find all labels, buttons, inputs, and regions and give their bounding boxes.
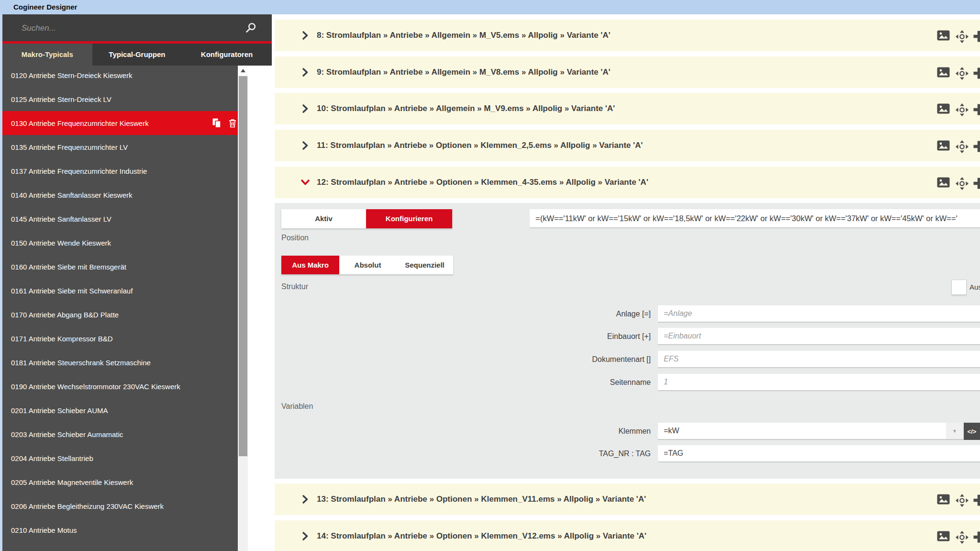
add-icon[interactable] xyxy=(973,30,980,43)
move-icon[interactable] xyxy=(956,67,969,80)
anlage-input[interactable]: =Anlage xyxy=(658,305,980,323)
sidebar-item[interactable]: 0137 Antriebe Frequenzumrichter Industri… xyxy=(2,159,238,183)
add-icon[interactable] xyxy=(973,140,980,153)
einbauort-input[interactable]: =Einbauort xyxy=(658,328,980,345)
macro-row[interactable]: 11: Stromlaufplan » Antriebe » Optionen … xyxy=(275,130,980,161)
sidebar-item[interactable]: 0210 Antriebe Motus xyxy=(2,518,238,542)
macro-row[interactable]: 9: Stromlaufplan » Antriebe » Allgemein … xyxy=(275,56,980,88)
sidebar-item[interactable]: 0161 Antriebe Siebe mit Schweranlauf xyxy=(2,279,238,303)
macro-row-expanded[interactable]: 12: Stromlaufplan » Antriebe » Optionen … xyxy=(275,167,980,198)
preview-image-icon[interactable] xyxy=(937,494,950,505)
position-tab-sequenziell[interactable]: Sequenziell xyxy=(396,256,453,274)
preview-image-icon[interactable] xyxy=(937,30,950,41)
scroll-up-button[interactable] xyxy=(238,66,248,76)
aktiv-button[interactable]: Aktiv xyxy=(281,209,366,228)
chevron-right-icon[interactable] xyxy=(300,530,311,542)
macro-row[interactable]: 14: Stromlaufplan » Antriebe » Optionen … xyxy=(275,520,980,551)
chevron-down-icon: ▼ xyxy=(952,428,957,434)
aus-checkbox[interactable] xyxy=(951,280,967,295)
add-icon[interactable] xyxy=(973,494,980,506)
macro-row-label: 9: Stromlaufplan » Antriebe » Allgemein … xyxy=(317,67,611,77)
sidebar-item[interactable]: 0170 Antriebe Abgang B&D Platte xyxy=(2,303,238,326)
sidebar-item[interactable]: 0171 Antriebe Kompressor B&D xyxy=(2,326,238,350)
sidebar-item[interactable]: 0150 Antriebe Wende Kieswerk xyxy=(2,231,238,255)
dokumentenart-label: Dokumentenart [] xyxy=(275,351,651,368)
formula-editor-button[interactable]: </> xyxy=(964,423,980,440)
sidebar-item-label: 0150 Antriebe Wende Kieswerk xyxy=(11,239,111,247)
position-tab-aus-makro[interactable]: Aus Makro xyxy=(281,256,339,274)
sidebar-item-label: 0137 Antriebe Frequenzumrichter Industri… xyxy=(11,167,147,175)
sidebar-item[interactable]: 0140 Antriebe Sanftanlasser Kieswerk xyxy=(2,183,238,207)
position-tab-absolut[interactable]: Absolut xyxy=(339,256,396,274)
tab-konfiguratoren[interactable]: Konfiguratoren xyxy=(182,44,272,66)
move-icon[interactable] xyxy=(956,30,969,43)
search-icon[interactable] xyxy=(245,22,257,34)
variablen-section-label: Variablen xyxy=(281,402,313,411)
seitenname-label: Seitenname xyxy=(275,374,651,391)
sidebar-item[interactable]: 0221 Antriebe VSG xyxy=(2,542,238,551)
sidebar-item[interactable]: 0205 Antriebe Magnetventile Kieswerk xyxy=(2,470,238,494)
macro-row[interactable]: 10: Stromlaufplan » Antriebe » Allgemein… xyxy=(275,93,980,124)
condition-formula-input[interactable]: =(kW=='11kW' or kW=='15kW' or kW=='18,5k… xyxy=(530,209,980,228)
macro-row[interactable]: 8: Stromlaufplan » Antriebe » Allgemein … xyxy=(275,20,980,51)
sidebar-item-label: 0140 Antriebe Sanftanlasser Kieswerk xyxy=(11,191,132,199)
sidebar-item[interactable]: 0145 Antriebe Sanftanlasser LV xyxy=(2,207,238,231)
sidebar-item-label: 0170 Antriebe Abgang B&D Platte xyxy=(11,311,119,319)
position-section-label: Position xyxy=(281,234,309,242)
move-icon[interactable] xyxy=(956,494,969,507)
klemmen-dropdown-button[interactable]: ▼ xyxy=(946,423,963,439)
klemmen-input[interactable]: =kW ▼ xyxy=(658,423,963,440)
search-input[interactable] xyxy=(21,19,233,37)
delete-icon[interactable] xyxy=(227,118,238,128)
tab-makro-typicals[interactable]: Makro-Typicals xyxy=(2,44,92,66)
preview-image-icon[interactable] xyxy=(937,177,950,188)
chevron-right-icon[interactable] xyxy=(300,103,311,114)
seitenname-input[interactable]: 1 xyxy=(658,374,980,391)
sidebar-item[interactable]: 0135 Antriebe Frequenzumrichter LV xyxy=(2,135,238,159)
dokumentenart-input[interactable]: EFS xyxy=(658,351,980,368)
sidebar-item[interactable]: 0201 Antriebe Schieber AUMA xyxy=(2,398,238,422)
sidebar-item[interactable]: 0120 Antriebe Stern-Dreieck Kieswerk xyxy=(2,66,238,87)
preview-image-icon[interactable] xyxy=(937,140,950,151)
field-row: Klemmen =kW ▼ </> xyxy=(275,423,980,440)
move-icon[interactable] xyxy=(956,140,969,153)
preview-image-icon[interactable] xyxy=(937,67,950,78)
macro-row-label: 10: Stromlaufplan » Antriebe » Allgemein… xyxy=(317,104,615,113)
sidebar-item-label: 0204 Antriebe Stellantrieb xyxy=(11,454,93,462)
sidebar-item[interactable]: 0204 Antriebe Stellantrieb xyxy=(2,446,238,470)
sidebar-item[interactable]: 0190 Antriebe Wechselstrommotor 230VAC K… xyxy=(2,374,238,398)
chevron-right-icon[interactable] xyxy=(300,494,311,505)
preview-image-icon[interactable] xyxy=(937,531,950,541)
sidebar-item[interactable]: 0125 Antriebe Stern-Dreieck LV xyxy=(2,87,238,111)
sidebar-item-selected[interactable]: 0130 Antriebe Frequenzumrichter Kieswerk xyxy=(2,111,238,135)
add-icon[interactable] xyxy=(973,67,980,79)
einbauort-label: Einbauort [+] xyxy=(275,328,651,345)
sidebar-item-label: 0210 Antriebe Motus xyxy=(11,526,77,534)
move-icon[interactable] xyxy=(956,177,969,190)
chevron-down-icon[interactable] xyxy=(300,177,311,188)
condition-formula-text: =(kW=='11kW' or kW=='15kW' or kW=='18,5k… xyxy=(535,214,958,223)
preview-image-icon[interactable] xyxy=(937,103,950,114)
add-icon[interactable] xyxy=(973,103,980,116)
move-icon[interactable] xyxy=(956,103,969,116)
chevron-right-icon[interactable] xyxy=(300,67,311,78)
macro-row[interactable]: 13: Stromlaufplan » Antriebe » Optionen … xyxy=(275,484,980,515)
tab-typical-gruppen[interactable]: Typical-Gruppen xyxy=(92,44,182,66)
konfigurieren-button[interactable]: Konfigurieren xyxy=(366,209,452,228)
sidebar-item-label: 0161 Antriebe Siebe mit Schweranlauf xyxy=(11,287,133,295)
add-icon[interactable] xyxy=(973,177,980,190)
sidebar-item[interactable]: 0160 Antriebe Siebe mit Bremsgerät xyxy=(2,255,238,279)
duplicate-icon[interactable] xyxy=(212,118,222,128)
sidebar-item[interactable]: 0206 Antriebe Begleitheizung 230VAC Kies… xyxy=(2,494,238,518)
move-icon[interactable] xyxy=(956,531,969,544)
field-row: Seitenname 1 xyxy=(275,374,980,391)
sidebar-item[interactable]: 0203 Antriebe Schieber Aumamatic xyxy=(2,422,238,446)
chevron-right-icon[interactable] xyxy=(300,140,311,151)
sidebar-item-label: 0190 Antriebe Wechselstrommotor 230VAC K… xyxy=(11,382,180,391)
macro-row-label: 12: Stromlaufplan » Antriebe » Optionen … xyxy=(317,178,648,187)
tag-nr-input[interactable]: =TAG xyxy=(658,445,980,462)
add-icon[interactable] xyxy=(973,531,980,543)
scroll-thumb[interactable] xyxy=(239,76,247,456)
chevron-right-icon[interactable] xyxy=(300,30,311,41)
sidebar-item[interactable]: 0181 Antriebe Steuerschrank Setzmaschine xyxy=(2,350,238,374)
